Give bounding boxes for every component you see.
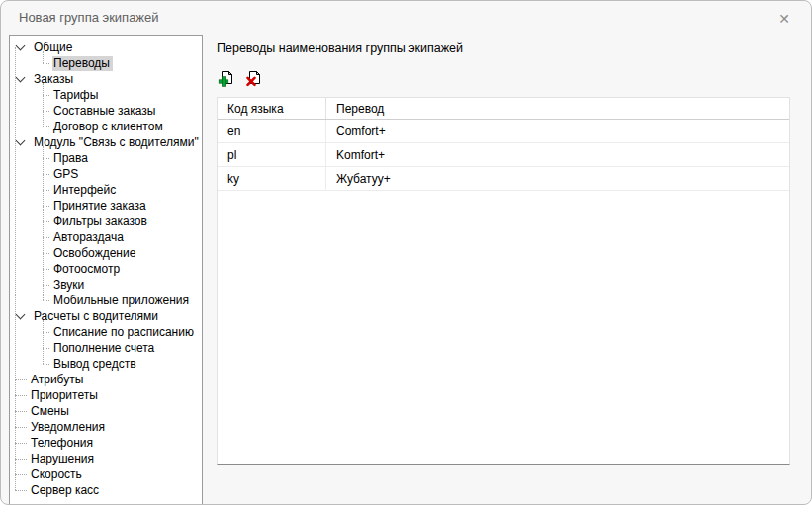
tree-item-atributy[interactable]: Атрибуты [10, 372, 202, 387]
tree-children-obshchie: Переводы [10, 55, 202, 71]
tree-connector [43, 364, 49, 365]
tree-item-fotoosmotr[interactable]: Фотоосмотр [10, 261, 202, 277]
tree-connector [43, 253, 49, 254]
tree-children-modul: Права GPS Интерфейс Принятие заказа Филь… [10, 150, 202, 308]
tree-item-server-kass[interactable]: Сервер касс [10, 482, 202, 498]
chevron-down-icon[interactable] [10, 40, 30, 55]
column-header-language-code[interactable]: Код языка [218, 98, 326, 119]
tree-item-raschety[interactable]: Расчеты с водителями [10, 308, 202, 324]
tree-connector [43, 111, 49, 112]
tree-connector [43, 285, 49, 286]
tree-item-avtorazdacha[interactable]: Автораздача [10, 229, 202, 245]
tree-connector [43, 237, 49, 238]
tree-item-osvobozhdenie[interactable]: Освобождение [10, 245, 202, 261]
delete-translation-button[interactable] [244, 69, 262, 87]
tree-item-label: Расчеты с водителями [33, 309, 161, 324]
tree-item-modul-svyaz[interactable]: Модуль "Связь с водителями" [10, 134, 202, 150]
tree-item-label: Списание по расписанию [52, 325, 197, 340]
tree-item-label: Тарифы [52, 88, 101, 103]
cell-translation: Comfort+ [326, 120, 789, 142]
tree-connector [15, 395, 27, 396]
tree-item-dogovor[interactable]: Договор с клиентом [10, 119, 202, 134]
table-row[interactable]: ky Жубатуу+ [218, 167, 789, 191]
titlebar[interactable]: Новая группа экипажей ✕ [1, 1, 811, 35]
tree-children-raschety: Списание по расписанию Пополнение счета … [10, 324, 202, 372]
tree-item-obshchie[interactable]: Общие [10, 40, 202, 55]
tree-children-zakazy: Тарифы Составные заказы Договор с клиент… [10, 87, 202, 134]
tree-item-label: Принятие заказа [52, 199, 149, 213]
chevron-down-icon[interactable] [10, 308, 30, 324]
chevron-down-icon[interactable] [10, 71, 30, 87]
tree-item-label: Фотоосмотр [52, 262, 123, 277]
tree-connector [43, 174, 49, 175]
tree-item-skorost[interactable]: Скорость [10, 466, 202, 482]
cell-language-code: ky [218, 167, 326, 190]
tree-item-label: Фильтры заказов [52, 214, 150, 229]
tree-item-label: Освобождение [52, 246, 138, 261]
tree-item-filtry-zakazov[interactable]: Фильтры заказов [10, 213, 202, 229]
tree-item-prava[interactable]: Права [10, 150, 202, 166]
table-row[interactable]: en Comfort+ [218, 120, 789, 143]
column-header-translation[interactable]: Перевод [326, 98, 789, 119]
window-title: Новая группа экипажей [19, 10, 159, 25]
tree-connector [43, 158, 49, 159]
tree-item-label: Атрибуты [30, 373, 86, 387]
tree-connector [43, 190, 49, 191]
translations-table: Код языка Перевод en Comfort+ pl Komfort… [217, 97, 790, 465]
tree-item-label: Звуки [52, 278, 87, 293]
tree-connector [15, 490, 27, 491]
tree-item-telefoniya[interactable]: Телефония [10, 435, 202, 451]
tree-item-prioritety[interactable]: Приоритеты [10, 387, 202, 403]
tree-item-label: Заказы [33, 72, 76, 87]
tree-connector [43, 348, 49, 349]
panel-heading: Переводы наименования группы экипажей [217, 42, 463, 55]
tree-item-narusheniya[interactable]: Нарушения [10, 451, 202, 466]
tree-connector [43, 95, 49, 96]
tree-item-label: Скорость [30, 467, 85, 482]
tree-item-gps[interactable]: GPS [10, 166, 202, 182]
close-icon[interactable]: ✕ [773, 8, 795, 30]
document-add-icon [218, 70, 234, 87]
tree-item-label: Переводы [52, 56, 113, 71]
tree-connector [15, 379, 27, 380]
tree-item-interfeys[interactable]: Интерфейс [10, 182, 202, 198]
tree-connector [43, 63, 49, 64]
tree-connector [15, 427, 27, 428]
tree-item-label: Сервер касс [30, 483, 102, 498]
tree-item-tarify[interactable]: Тарифы [10, 87, 202, 103]
document-delete-icon [245, 70, 262, 87]
tree-item-label: Договор с клиентом [52, 120, 166, 134]
tree-connector [15, 459, 27, 460]
tree-item-zvuki[interactable]: Звуки [10, 277, 202, 293]
tree-item-spisanie[interactable]: Списание по расписанию [10, 324, 202, 340]
tree-item-popolnenie[interactable]: Пополнение счета [10, 340, 202, 356]
table-row[interactable]: pl Komfort+ [218, 143, 789, 167]
tree-item-label: Интерфейс [52, 183, 119, 198]
add-translation-button[interactable] [217, 69, 234, 87]
tree-item-label: Вывод средств [52, 357, 139, 372]
tree-item-sostavnye-zakazy[interactable]: Составные заказы [10, 103, 202, 119]
tree-connector [43, 206, 49, 207]
translations-toolbar [217, 69, 262, 87]
tree-item-prinyatie-zakaza[interactable]: Принятие заказа [10, 198, 202, 213]
tree-item-label: GPS [52, 167, 81, 182]
dialog-new-crew-group: Новая группа экипажей ✕ Общие Переводы З… [0, 0, 812, 505]
tree-item-label: Модуль "Связь с водителями" [33, 135, 202, 150]
cell-translation: Komfort+ [326, 143, 789, 166]
chevron-down-icon[interactable] [10, 134, 30, 150]
tree-item-mobilnye-prilozheniya[interactable]: Мобильные приложения [10, 293, 202, 308]
tree-item-vyvod-sredstv[interactable]: Вывод средств [10, 356, 202, 372]
tree-connector [15, 411, 27, 412]
tree-item-label: Права [52, 151, 91, 166]
table-header-row: Код языка Перевод [218, 98, 789, 120]
tree-item-uvedomleniya[interactable]: Уведомления [10, 419, 202, 435]
tree-item-zakazy[interactable]: Заказы [10, 71, 202, 87]
tree-item-label: Смены [30, 404, 72, 419]
tree-item-label: Общие [33, 41, 75, 55]
tree-connector [15, 474, 27, 475]
tree-item-perevody[interactable]: Переводы [10, 55, 202, 71]
tree-connector [43, 332, 49, 333]
tree-connector [15, 443, 27, 444]
tree-item-smeny[interactable]: Смены [10, 403, 202, 419]
tree-connector [43, 300, 49, 301]
